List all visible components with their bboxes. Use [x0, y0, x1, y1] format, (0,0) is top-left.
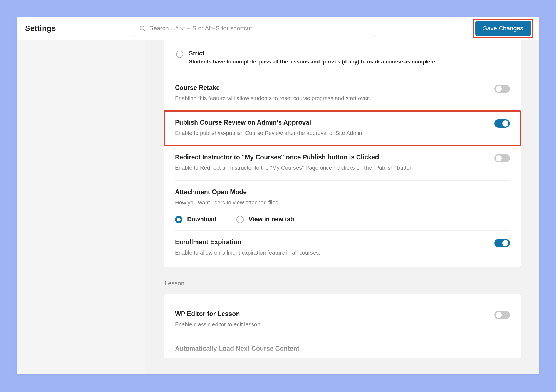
search-wrap	[134, 21, 470, 36]
svg-line-1	[144, 30, 145, 31]
topbar: Settings Save Changes	[17, 17, 539, 40]
attachment-mode-row: Attachment Open Mode How you want users …	[175, 181, 510, 210]
attachment-mode-options: Download View in new tab	[175, 210, 510, 231]
lesson-section-heading: Lesson	[164, 267, 521, 294]
publish-review-desc: Enable to publish/re-publish Course Revi…	[175, 129, 488, 137]
course-retake-title: Course Retake	[175, 84, 488, 92]
enrollment-expiration-toggle[interactable]	[494, 239, 510, 247]
publish-review-title: Publish Course Review on Admin's Approva…	[175, 119, 488, 126]
wp-editor-desc: Enable classic editor to edit lesson.	[175, 320, 488, 329]
course-retake-desc: Enabling this feature will allow student…	[175, 94, 488, 102]
strict-mode-radio[interactable]	[176, 51, 183, 58]
publish-course-review-row: Publish Course Review on Admin's Approva…	[175, 111, 510, 146]
enrollment-expiration-desc: Enable to allow enrollment expiration fe…	[175, 249, 488, 257]
save-changes-button[interactable]: Save Changes	[475, 21, 531, 36]
sidebar	[17, 40, 145, 374]
publish-review-text: Publish Course Review on Admin's Approva…	[175, 119, 488, 137]
body-area: Strict Students have to complete, pass a…	[17, 40, 539, 374]
attachment-mode-title: Attachment Open Mode	[175, 188, 510, 196]
attachment-newtab-label: View in new tab	[249, 216, 294, 223]
strict-mode-desc: Students have to complete, pass all the …	[189, 59, 436, 65]
attachment-newtab-option[interactable]: View in new tab	[236, 215, 294, 223]
redirect-instructor-title: Redirect Instructor to "My Courses" once…	[175, 154, 488, 161]
enrollment-expiration-text: Enrollment Expiration Enable to allow en…	[175, 238, 488, 257]
auto-load-next-row: Automatically Load Next Course Content	[175, 337, 510, 358]
settings-window: Settings Save Changes Strict Students	[17, 17, 539, 374]
redirect-instructor-row: Redirect Instructor to "My Courses" once…	[175, 146, 510, 181]
attachment-mode-text: Attachment Open Mode How you want users …	[175, 188, 510, 207]
auto-load-next-text: Automatically Load Next Course Content	[175, 345, 510, 355]
enrollment-expiration-row: Enrollment Expiration Enable to allow en…	[175, 231, 510, 267]
wp-editor-text: WP Editor for Lesson Enable classic edit…	[175, 310, 488, 329]
search-box	[134, 21, 375, 36]
svg-point-0	[140, 26, 144, 30]
search-input[interactable]	[134, 21, 375, 36]
page-title: Settings	[25, 24, 128, 33]
attachment-download-option[interactable]: Download	[175, 215, 216, 223]
strict-mode-text: Strict Students have to complete, pass a…	[189, 50, 436, 65]
wp-editor-row: WP Editor for Lesson Enable classic edit…	[175, 302, 510, 337]
course-retake-row: Course Retake Enabling this feature will…	[175, 76, 510, 111]
lesson-settings-card: WP Editor for Lesson Enable classic edit…	[164, 294, 521, 358]
search-icon	[139, 25, 146, 32]
wp-editor-title: WP Editor for Lesson	[175, 310, 488, 318]
attachment-mode-desc: How you want users to view attached file…	[175, 199, 510, 207]
save-button-wrap: Save Changes	[475, 21, 531, 36]
course-retake-toggle[interactable]	[494, 85, 510, 93]
attachment-download-label: Download	[187, 216, 216, 223]
course-retake-text: Course Retake Enabling this feature will…	[175, 84, 488, 102]
attachment-newtab-radio[interactable]	[236, 216, 244, 223]
strict-mode-label: Strict	[189, 50, 436, 57]
wp-editor-toggle[interactable]	[494, 311, 510, 319]
strict-mode-option[interactable]: Strict Students have to complete, pass a…	[175, 49, 510, 76]
enrollment-expiration-title: Enrollment Expiration	[175, 238, 488, 246]
redirect-instructor-text: Redirect Instructor to "My Courses" once…	[175, 154, 488, 172]
attachment-download-radio[interactable]	[175, 216, 182, 223]
publish-review-toggle[interactable]	[494, 119, 510, 128]
content-column: Strict Students have to complete, pass a…	[145, 40, 539, 374]
auto-load-next-title: Automatically Load Next Course Content	[175, 345, 510, 352]
redirect-instructor-toggle[interactable]	[494, 154, 510, 162]
course-settings-card: Strict Students have to complete, pass a…	[164, 40, 521, 267]
redirect-instructor-desc: Enable to Redirect an Instructor to the …	[175, 164, 488, 172]
